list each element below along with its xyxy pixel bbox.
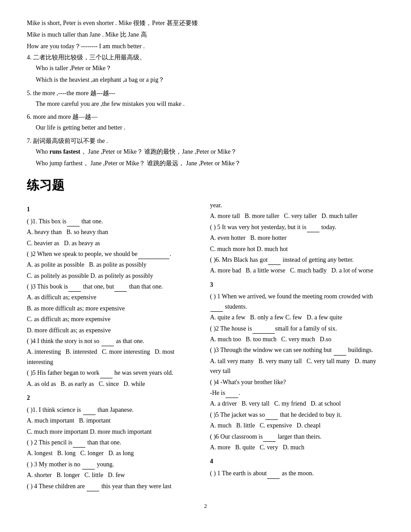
- q2_3-opts: A. shorter B. longer C. little D. few: [27, 470, 197, 480]
- q2_4-text: ( ) 4 These children are this year than …: [27, 482, 197, 491]
- group4-title: 4: [210, 456, 384, 467]
- rq5-opts1: A. even hotter B. more hotter: [210, 233, 384, 243]
- r3_1-text: ( ) 1 When we arrived, we found the meet…: [210, 292, 384, 312]
- item-7-sub-2: Who jump farthest， Jane ,Peter or Mike？ …: [27, 158, 384, 169]
- q2_1-opts2: C. much more important D. more much impo…: [27, 427, 197, 437]
- q4-opts: A. interesting B. interested C. more int…: [27, 347, 197, 367]
- q2_1-text: ( )1. I think science is than Japanese.: [27, 405, 197, 415]
- rq-year: year.: [210, 201, 384, 210]
- numbered-item-7: 7. 副词最高级前可以不要 the . Who runs fastest， Ja…: [27, 136, 384, 168]
- right-column: year. A. more tall B. more taller C. ver…: [206, 201, 384, 492]
- q1-text: ( )1. This box is that one.: [27, 217, 197, 226]
- r3_1-opts: A. quite a few B. only a few C. few D. a…: [210, 313, 384, 323]
- two-column-layout: 1 ( )1. This box is that one. A. heavy t…: [27, 201, 384, 492]
- r3_6-text: ( )6 Our classroom is larger than theirs…: [210, 432, 384, 442]
- section-title: 练习题: [27, 175, 384, 196]
- group2-title: 2: [27, 393, 197, 403]
- q5-opts: A. as old as B. as early as C. since D. …: [27, 379, 197, 389]
- intro-line-2: Mike is much taller than Jane . Mike 比 J…: [27, 29, 384, 40]
- q2_3-text: ( ) 3 My mother is no young.: [27, 460, 197, 469]
- r3_4-text: ( )4 -What's your brother like?: [210, 377, 384, 387]
- q2-opts2: C. as politely as possible D. as politel…: [27, 271, 197, 281]
- item-7-sub-1: Who runs fastest， Jane ,Peter or Mike？ 谁…: [27, 147, 384, 157]
- r3_2-opts: A. much too B. too much C. very much D.s…: [210, 335, 384, 344]
- r3_3-opts: A. tall very many B. very many tall C. v…: [210, 356, 384, 377]
- q2-text: ( )2 When we speak to people, we should …: [27, 249, 197, 259]
- q1-opts2: C. heavier as D. as heavy as: [27, 239, 197, 248]
- group3-title: 3: [210, 280, 384, 290]
- rq5-opts2: C. much more hot D. much hot: [210, 244, 384, 254]
- r4_1-text: ( ) 1 The earth is about as the moon.: [210, 469, 384, 478]
- q1-opts: A. heavy than B. so heavy than: [27, 227, 197, 237]
- bold-runs-fastest: runs fastest: [50, 148, 80, 155]
- numbered-item-4: 4. 二者比较用比较级，三个以上用最高级。 Who is taller ,Pet…: [27, 52, 384, 85]
- item-5-sub-1: The more careful you are ,the few mistak…: [27, 99, 384, 109]
- item-6-label: 6. more and more 越—越—: [27, 113, 97, 120]
- rq5-text: ( ) 5 It was very hot yesterday, but it …: [210, 222, 384, 232]
- item-4-sub-1: Who is taller ,Peter or Mike？: [27, 63, 384, 74]
- item-7-label: 7. 副词最高级前可以不要 the .: [27, 138, 108, 144]
- intro-line-3: How are you today？-------- I am much bet…: [27, 41, 384, 52]
- rq6-opts: A. more bad B. a little worse C. much ba…: [210, 266, 384, 276]
- r3_2-text: ( )2 The house issmall for a family of s…: [210, 324, 384, 334]
- q2_2-text: ( ) 2 This pencil is than that one.: [27, 438, 197, 448]
- q3-text: ( )3 This book is that one, but than tha…: [27, 282, 197, 292]
- q3-opts-c: C. as difficult as; more expensive: [27, 314, 197, 324]
- intro-section: Mike is short, Peter is even shorter . M…: [27, 18, 384, 168]
- q3-opts-d: D. more difficult as; as expensive: [27, 326, 197, 335]
- q4-text: ( )4 I think the story is not so as that…: [27, 336, 197, 346]
- r3_4-opts: A. a driver B. very tall C. my friend D.…: [210, 399, 384, 409]
- group1-title: 1: [27, 204, 197, 215]
- q2_1-opts1: A. much important B. important: [27, 416, 197, 426]
- r3_6-opts: A. more B. quite C. very D. much: [210, 443, 384, 452]
- r3_3-text: ( )3 Through the window we can see nothi…: [210, 345, 384, 355]
- q5-text: ( )5 His father began to work he was sev…: [27, 368, 197, 378]
- item-6-sub-1: Our life is getting better and better .: [27, 122, 384, 133]
- page-number: 2: [27, 501, 384, 511]
- left-column: 1 ( )1. This box is that one. A. heavy t…: [27, 201, 206, 492]
- rq-opts: A. more tall B. more taller C. very tall…: [210, 211, 384, 221]
- q3-opts-a: A. as difficult as; expensive: [27, 293, 197, 302]
- item-4-label: 4. 二者比较用比较级，三个以上用最高级。: [27, 54, 146, 61]
- rq6-text: ( )6. Mrs Black has got instead of getti…: [210, 255, 384, 265]
- r3_5-opts: A. much B. little C. expensive D. cheapl: [210, 421, 384, 431]
- r3_5-text: ( )5 The jacket was so that he decided t…: [210, 410, 384, 420]
- intro-line-1: Mike is short, Peter is even shorter . M…: [27, 18, 384, 29]
- numbered-item-5: 5. the more ,----the more 越---越--- The m…: [27, 88, 384, 109]
- r3_4-sub: -He is.: [210, 388, 384, 398]
- q2-opts1: A. as polite as possible B. as polite as…: [27, 260, 197, 270]
- q2_2-opts: A. longest B. long C. longer D. as long: [27, 448, 197, 458]
- item-4-sub-2: Which is the heaviest ,an elephant ,a ba…: [27, 75, 384, 85]
- numbered-item-6: 6. more and more 越—越— Our life is gettin…: [27, 112, 384, 133]
- item-5-label: 5. the more ,----the more 越---越---: [27, 90, 115, 96]
- q3-opts-b: B. as more difficult as; more expensive: [27, 304, 197, 314]
